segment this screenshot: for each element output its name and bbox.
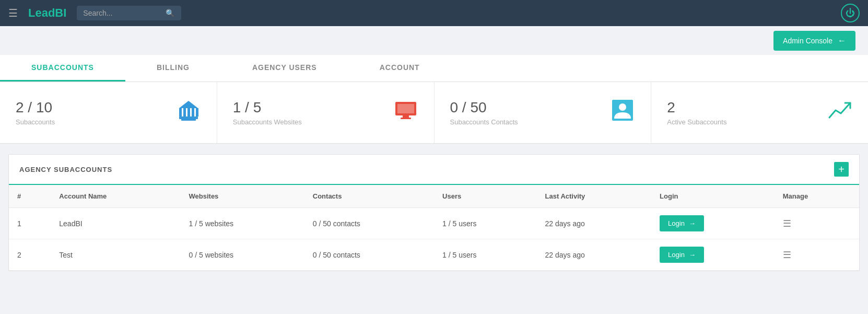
- col-header-login: Login: [651, 185, 775, 208]
- svg-rect-4: [192, 108, 194, 117]
- cell-websites: 1 / 5 websites: [181, 208, 304, 239]
- tab-billing[interactable]: BILLING: [125, 55, 221, 82]
- col-header-account-name: Account Name: [51, 185, 180, 208]
- col-header-contacts: Contacts: [304, 185, 434, 208]
- cell-login: Login →: [651, 208, 775, 239]
- logo: LeadBI: [28, 6, 66, 20]
- user-icon: [610, 98, 635, 127]
- websites-value: 1 / 5: [233, 99, 302, 116]
- col-header-manage: Manage: [775, 185, 859, 208]
- admin-console-arrow-icon: ←: [838, 36, 846, 45]
- search-bar[interactable]: 🔍: [77, 6, 181, 20]
- col-header-last-activity: Last Activity: [537, 185, 652, 208]
- cell-num: 1: [9, 208, 51, 239]
- active-value: 2: [667, 99, 726, 116]
- admin-console-button[interactable]: Admin Console ←: [773, 31, 855, 51]
- subaccounts-label: Subaccounts: [16, 118, 55, 126]
- table-row: 2 Test 0 / 5 websites 0 / 50 contacts 1 …: [9, 239, 859, 271]
- svg-rect-10: [403, 115, 409, 118]
- cell-manage: ☰: [775, 208, 859, 239]
- svg-rect-5: [196, 108, 198, 117]
- stat-card-websites: 1 / 5 Subaccounts Websites: [217, 82, 435, 143]
- stat-card-subaccounts: 2 / 10 Subaccounts: [0, 82, 217, 143]
- contacts-label: Subaccounts Contacts: [450, 118, 518, 126]
- cell-contacts: 0 / 50 contacts: [304, 208, 434, 239]
- subaccounts-value: 2 / 10: [16, 99, 55, 116]
- contacts-value: 0 / 50: [450, 99, 518, 116]
- svg-rect-1: [179, 108, 182, 117]
- admin-console-label: Admin Console: [783, 37, 832, 45]
- login-arrow-icon: →: [689, 251, 696, 259]
- table-row: 1 LeadBI 1 / 5 websites 0 / 50 contacts …: [9, 208, 859, 239]
- subaccounts-table: # Account Name Websites Contacts Users L…: [9, 185, 859, 271]
- agency-section: AGENCY SUBACCOUNTS + # Account Name Webs…: [8, 154, 860, 271]
- top-navigation: ☰ LeadBI 🔍 ⏻: [0, 0, 868, 26]
- login-label: Login: [668, 219, 685, 227]
- col-header-num: #: [9, 185, 51, 208]
- svg-rect-11: [401, 118, 411, 119]
- manage-icon[interactable]: ☰: [783, 250, 791, 260]
- svg-rect-7: [181, 119, 196, 121]
- login-arrow-icon: →: [689, 219, 696, 227]
- tabs-bar: SUBACCOUNTS BILLING AGENCY USERS ACCOUNT: [0, 55, 868, 82]
- active-label: Active Subaccounts: [667, 118, 726, 126]
- add-subaccount-button[interactable]: +: [834, 162, 849, 177]
- cell-num: 2: [9, 239, 51, 271]
- cell-users: 1 / 5 users: [434, 208, 536, 239]
- login-button[interactable]: Login →: [660, 215, 704, 231]
- cell-contacts: 0 / 50 contacts: [304, 239, 434, 271]
- subheader: Admin Console ←: [0, 26, 868, 55]
- trend-icon: [827, 98, 852, 127]
- power-icon[interactable]: ⏻: [841, 4, 860, 22]
- cell-manage: ☰: [775, 239, 859, 271]
- cell-last-activity: 22 days ago: [537, 239, 652, 271]
- agency-title: AGENCY SUBACCOUNTS: [19, 166, 112, 173]
- svg-point-13: [619, 103, 626, 111]
- tab-subaccounts[interactable]: SUBACCOUNTS: [0, 55, 125, 82]
- stat-card-active: 2 Active Subaccounts: [651, 82, 868, 143]
- svg-marker-6: [179, 101, 198, 108]
- tab-agency-users[interactable]: AGENCY USERS: [221, 55, 348, 82]
- search-icon[interactable]: 🔍: [166, 9, 174, 17]
- manage-icon[interactable]: ☰: [783, 218, 791, 229]
- col-header-users: Users: [434, 185, 536, 208]
- topnav-right: ⏻: [841, 4, 860, 22]
- cell-users: 1 / 5 users: [434, 239, 536, 271]
- svg-rect-3: [187, 108, 190, 117]
- svg-rect-2: [183, 108, 186, 117]
- search-input[interactable]: [83, 9, 161, 17]
- bank-icon: [176, 98, 201, 127]
- cell-account-name: Test: [51, 239, 180, 271]
- agency-header: AGENCY SUBACCOUNTS +: [9, 155, 859, 185]
- login-button[interactable]: Login →: [660, 247, 704, 263]
- stats-row: 2 / 10 Subaccounts 1 / 5 Subaccounts Web…: [0, 82, 868, 144]
- tab-account[interactable]: ACCOUNT: [348, 55, 451, 82]
- col-header-websites: Websites: [181, 185, 304, 208]
- websites-label: Subaccounts Websites: [233, 118, 302, 126]
- hamburger-menu[interactable]: ☰: [8, 7, 18, 19]
- table-header-row: # Account Name Websites Contacts Users L…: [9, 185, 859, 208]
- monitor-icon: [393, 98, 418, 127]
- stat-card-contacts: 0 / 50 Subaccounts Contacts: [435, 82, 652, 143]
- cell-websites: 0 / 5 websites: [181, 239, 304, 271]
- login-label: Login: [668, 251, 685, 259]
- cell-account-name: LeadBI: [51, 208, 180, 239]
- svg-rect-9: [397, 104, 414, 113]
- cell-last-activity: 22 days ago: [537, 208, 652, 239]
- cell-login: Login →: [651, 239, 775, 271]
